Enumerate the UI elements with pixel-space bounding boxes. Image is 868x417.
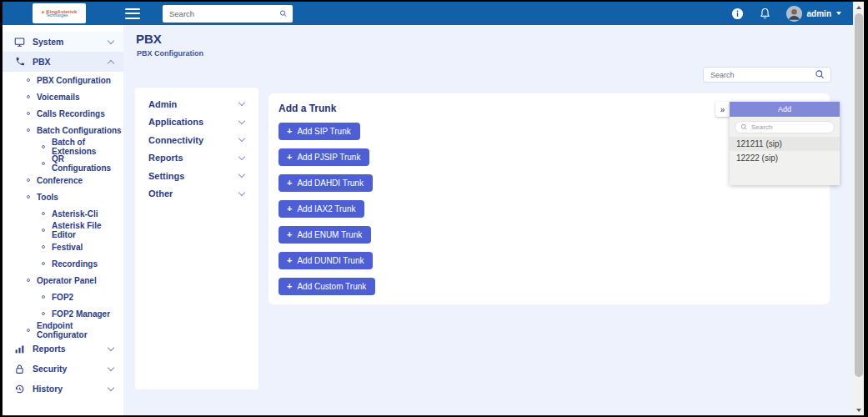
topbar: * KingAsterisk Technologies xyxy=(3,2,853,25)
logo-star-icon: * xyxy=(42,10,45,18)
menu-item-connectivity[interactable]: Connectivity xyxy=(135,131,258,149)
sidebar-item-operator-panel[interactable]: Operator Panel xyxy=(3,272,123,289)
bullet-icon xyxy=(42,262,45,265)
add-dahdi-trunk-button[interactable]: +Add DAHDI Trunk xyxy=(278,174,373,192)
panel-header-add[interactable]: Add xyxy=(730,102,840,117)
plus-icon: + xyxy=(287,204,292,214)
chevron-down-icon xyxy=(108,344,114,350)
bullet-icon xyxy=(42,245,45,249)
sidebar-item-tools[interactable]: Tools xyxy=(3,188,123,205)
sidebar-item-asterisk-file-editor[interactable]: Asterisk File Editor xyxy=(3,222,123,239)
scroll-up-arrow[interactable] xyxy=(853,2,864,13)
sidebar-item-history[interactable]: History xyxy=(3,379,123,399)
sidebar-item-pbx-configuration[interactable]: PBX Configuration xyxy=(3,72,123,88)
trunk-list-item[interactable]: 12222 (sip) xyxy=(730,151,840,165)
bullet-icon xyxy=(42,145,45,148)
brand-logo[interactable]: * KingAsterisk Technologies xyxy=(33,3,86,23)
info-icon[interactable] xyxy=(731,7,745,20)
scrollbar-thumb[interactable] xyxy=(855,13,863,377)
scroll-down-arrow[interactable] xyxy=(853,404,864,415)
trunk-list-item[interactable]: 121211 (sip) xyxy=(730,137,840,151)
chevron-down-icon xyxy=(108,364,114,370)
bullet-icon xyxy=(42,312,45,315)
module-search-input[interactable] xyxy=(710,71,815,79)
sidebar-label: System xyxy=(33,37,63,47)
module-search xyxy=(703,67,831,83)
sidebar-item-reports[interactable]: Reports xyxy=(3,339,123,359)
plus-icon: + xyxy=(287,178,292,188)
sidebar-item-fop2[interactable]: FOP2 xyxy=(3,289,123,305)
page-title: PBX xyxy=(136,32,162,46)
sidebar-item-system[interactable]: System xyxy=(3,32,123,52)
chart-bar-icon xyxy=(14,344,25,354)
menu-item-admin[interactable]: Admin xyxy=(135,95,258,113)
desktop-icon xyxy=(14,37,25,48)
sidebar: System PBX PBX Configuration Voicemails … xyxy=(3,25,123,415)
panel-collapse-button[interactable]: » xyxy=(715,102,730,117)
chevron-down-icon xyxy=(108,384,114,390)
chevron-down-icon xyxy=(238,153,245,160)
lock-icon xyxy=(14,364,25,374)
plus-icon: + xyxy=(287,282,292,291)
sidebar-item-endpoint-configurator[interactable]: Endpoint Configurator xyxy=(3,322,123,339)
sidebar-item-festival[interactable]: Festival xyxy=(3,239,123,255)
add-enum-trunk-button[interactable]: +Add ENUM Trunk xyxy=(278,226,371,244)
sidebar-item-security[interactable]: Security xyxy=(3,359,123,379)
chevron-down-icon xyxy=(238,171,245,178)
user-label: admin xyxy=(807,9,831,18)
sidebar-item-asterisk-cli[interactable]: Asterisk-Cli xyxy=(3,205,123,222)
search-icon xyxy=(815,69,825,80)
user-menu[interactable]: admin xyxy=(786,6,841,22)
chevron-down-icon xyxy=(238,135,245,142)
plus-icon: + xyxy=(287,127,292,136)
sidebar-item-batch-configurations[interactable]: Batch Configurations xyxy=(3,122,123,138)
vertical-scrollbar[interactable] xyxy=(853,2,864,415)
sidebar-item-fop2-manager[interactable]: FOP2 Manager xyxy=(3,305,123,322)
menu-item-applications[interactable]: Applications xyxy=(135,113,258,132)
menu-item-settings[interactable]: Settings xyxy=(135,167,258,185)
menu-item-reports[interactable]: Reports xyxy=(135,149,258,168)
bullet-icon xyxy=(27,329,30,332)
chevron-down-icon xyxy=(836,12,841,15)
sidebar-item-qr-configurations[interactable]: QR Configurations xyxy=(3,155,123,172)
add-sip-trunk-button[interactable]: +Add SIP Trunk xyxy=(278,123,360,140)
sidebar-item-voicemails[interactable]: Voicemails xyxy=(3,88,123,105)
search-icon xyxy=(740,123,748,131)
bullet-icon xyxy=(27,279,30,282)
notifications-bell-icon[interactable] xyxy=(759,7,772,20)
sidebar-item-calls-recordings[interactable]: Calls Recordings xyxy=(3,105,123,122)
panel-search xyxy=(735,121,835,133)
avatar xyxy=(786,6,802,22)
search-icon xyxy=(279,8,288,19)
sidebar-item-pbx[interactable]: PBX xyxy=(3,52,123,72)
panel-search-input[interactable] xyxy=(751,123,829,131)
menu-item-other[interactable]: Other xyxy=(135,185,258,203)
bullet-icon xyxy=(27,95,30,98)
sidebar-item-recordings[interactable]: Recordings xyxy=(3,255,123,272)
topbar-search-input[interactable] xyxy=(169,9,279,18)
add-iax2-trunk-button[interactable]: +Add IAX2 Trunk xyxy=(278,200,364,218)
hamburger-menu-icon[interactable] xyxy=(125,8,140,19)
sidebar-item-batch-of-extensions[interactable]: Batch of Extensions xyxy=(3,138,123,155)
plus-icon: + xyxy=(287,153,292,162)
bullet-icon xyxy=(42,295,45,299)
add-pjsip-trunk-button[interactable]: +Add PJSIP Trunk xyxy=(278,148,369,166)
bullet-icon xyxy=(42,212,45,215)
history-clock-icon xyxy=(14,384,25,394)
breadcrumb[interactable]: PBX Configuration xyxy=(137,49,203,58)
chevron-up-icon xyxy=(108,59,114,66)
bullet-icon xyxy=(27,112,30,115)
bullet-icon xyxy=(27,78,30,82)
chevron-down-icon xyxy=(238,118,245,124)
main-content: PBX PBX Configuration Admin Applications… xyxy=(123,25,853,415)
add-dundi-trunk-button[interactable]: +Add DUNDI Trunk xyxy=(278,252,373,269)
topbar-search xyxy=(163,5,293,23)
bullet-icon xyxy=(27,128,30,132)
plus-icon: + xyxy=(287,230,292,239)
add-custom-trunk-button[interactable]: +Add Custom Trunk xyxy=(278,278,375,295)
chevron-down-icon xyxy=(238,99,245,106)
sidebar-item-conference[interactable]: Conference xyxy=(3,172,123,188)
bullet-icon xyxy=(42,162,45,165)
bullet-icon xyxy=(42,229,45,232)
bullet-icon xyxy=(27,195,30,198)
